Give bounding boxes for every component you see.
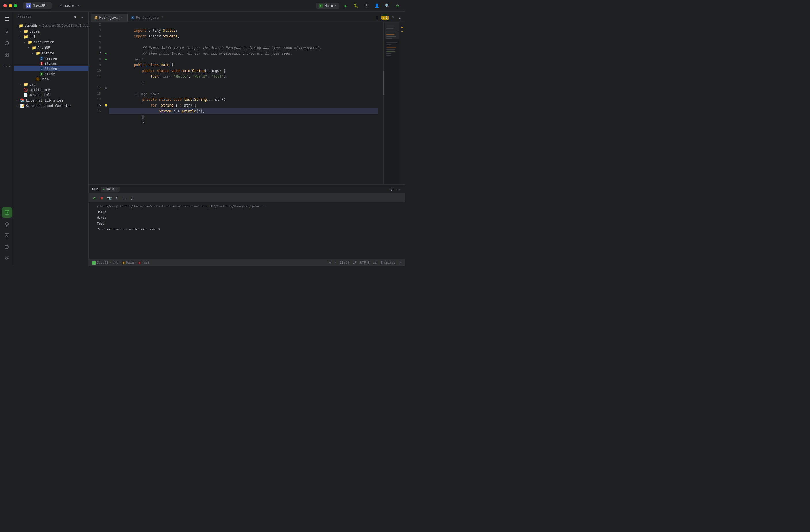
bulb-line-15[interactable]: 💡	[103, 102, 109, 108]
sidebar-gear-icon[interactable]: ⚙	[72, 14, 78, 20]
maximize-button[interactable]	[14, 4, 17, 7]
run-button[interactable]: ▶	[342, 2, 350, 10]
run-more-button[interactable]: ⋮	[128, 195, 135, 201]
tab-more-icon[interactable]: ⋮	[373, 15, 379, 20]
tree-item-idea[interactable]: › 📁 .idea	[14, 29, 88, 34]
search-icon[interactable]: 🔍	[383, 2, 391, 10]
run-output-text: World	[97, 215, 403, 220]
project-selector[interactable]: JS JavaSE ▾	[23, 2, 52, 10]
run-arrow-line-7[interactable]: ▶	[103, 51, 109, 56]
svg-rect-16	[6, 222, 7, 223]
tree-item-study[interactable]: › I Study	[14, 71, 88, 77]
tree-item-production[interactable]: ▾ 📁 production	[14, 39, 88, 45]
run-arrow-line-8[interactable]: ▶	[103, 56, 109, 62]
tree-item-src[interactable]: › 📁 src	[14, 82, 88, 87]
run-panel-icon[interactable]	[2, 207, 12, 218]
tree-item-root[interactable]: ▾ 📁 JavaSE ~/Desktop/CS/JavaSE基础/1 Java …	[14, 23, 88, 29]
close-button[interactable]	[3, 4, 7, 7]
git-icon[interactable]	[2, 253, 12, 264]
tree-item-person[interactable]: › C Person	[14, 56, 88, 61]
status-vcs-icon[interactable]: ✓	[335, 261, 337, 265]
svg-point-31	[5, 257, 6, 258]
editor-scrollbar[interactable]	[383, 22, 385, 184]
item-label: entity	[42, 51, 86, 55]
structure-icon[interactable]	[2, 219, 12, 229]
sidebar-chevron-icon[interactable]: ⌄	[79, 14, 85, 20]
sidebar-header-actions: ⚙ ⌄	[72, 14, 85, 20]
tab-close-icon[interactable]: ×	[161, 16, 165, 20]
tab-main-java[interactable]: M Main.java ×	[91, 14, 128, 21]
tree-item-iml[interactable]: › 📄 JavaSE.iml	[14, 93, 88, 98]
terminal-icon[interactable]	[2, 230, 12, 241]
debug-icon-line-12[interactable]: ⚙	[103, 85, 109, 91]
gutter-line-5	[103, 39, 109, 45]
tree-item-javase[interactable]: ▾ 📁 JavaSE	[14, 45, 88, 50]
run-panel-minimize-icon[interactable]: −	[396, 186, 402, 192]
line-num: 2	[89, 22, 101, 28]
run-output-hello: Hello	[89, 209, 405, 215]
svg-point-29	[6, 248, 7, 248]
status-line-col[interactable]: 15:10	[340, 261, 350, 265]
expand-arrow: ›	[20, 30, 22, 33]
stop-button[interactable]: ◼	[98, 195, 105, 201]
tree-item-extlibs[interactable]: › 📚 External Libraries	[14, 98, 88, 103]
minimap[interactable]	[385, 22, 399, 184]
expand-editor-icon[interactable]: ⌃	[390, 15, 396, 20]
more-tools-icon[interactable]: ···	[2, 61, 12, 71]
svg-point-3	[6, 31, 8, 33]
tab-person-java[interactable]: C Person.java ×	[128, 14, 168, 21]
run-panel-more-icon[interactable]: ⋮	[389, 186, 395, 192]
more-actions-button[interactable]: ⋮	[362, 2, 370, 10]
line-num: 11	[89, 74, 101, 80]
run-tab-close[interactable]: ×	[115, 187, 117, 191]
run-tab[interactable]: ▶ Main ×	[101, 186, 120, 192]
expand-arrow: ▾	[32, 52, 35, 55]
tree-item-student[interactable]: › C Student	[14, 66, 88, 71]
run-output-world: World	[89, 215, 405, 221]
problems-icon[interactable]	[2, 242, 12, 252]
tree-item-scratches[interactable]: › 📝 Scratches and Consoles	[14, 103, 88, 109]
branch-selector[interactable]: ⎇ master ▾	[56, 3, 81, 9]
gutter-line-2	[103, 22, 109, 28]
svg-rect-48	[386, 51, 395, 52]
scroll-up-button[interactable]: ↑	[113, 195, 120, 201]
status-icon-1[interactable]: ⚙	[329, 261, 331, 265]
status-git-icon[interactable]: ⎇	[373, 261, 377, 265]
run-exit-text: Process finished with exit code 0	[97, 227, 403, 232]
status-encoding[interactable]: UTF-8	[360, 261, 370, 265]
line-num: 8	[89, 56, 101, 62]
tree-item-entity[interactable]: ▾ 📁 entity	[14, 50, 88, 56]
tree-item-main[interactable]: › M Main	[14, 77, 88, 82]
remote-icon[interactable]	[2, 38, 12, 48]
settings-icon[interactable]: ⚙	[393, 2, 402, 10]
debug-button[interactable]: 🐛	[352, 2, 360, 10]
minimap-content	[385, 22, 399, 184]
tab-close-icon[interactable]: ×	[120, 16, 124, 20]
editor-with-minimap: 2 3 4 5 6 7 8 9 10 11 12 13 14 15 16	[89, 22, 405, 184]
tree-item-status[interactable]: › E Status	[14, 61, 88, 66]
restart-button[interactable]: ↺	[91, 195, 97, 201]
code-lines[interactable]: import entity.Status; import entity.Stud…	[109, 22, 383, 184]
status-expand-icon[interactable]: ⤢	[399, 261, 402, 265]
sidebar-toggle-icon[interactable]	[2, 14, 12, 24]
line-num: 12	[89, 85, 101, 91]
code-area[interactable]: 2 3 4 5 6 7 8 9 10 11 12 13 14 15 16	[89, 22, 385, 184]
status-line-ending[interactable]: LF	[353, 261, 357, 265]
plugins-icon[interactable]	[2, 50, 12, 60]
commit-icon[interactable]	[2, 27, 12, 37]
gutter-line-10	[103, 68, 109, 74]
scroll-down-button[interactable]: ↓	[121, 195, 127, 201]
tree-item-out[interactable]: ▾ 📁 out	[14, 34, 88, 39]
tree-item-gitignore[interactable]: › 🚫 .gitignore	[14, 87, 88, 93]
run-config[interactable]: ▶ Main ▾	[316, 3, 339, 9]
minimize-button[interactable]	[9, 4, 12, 7]
item-label: production	[33, 40, 86, 44]
svg-rect-49	[386, 53, 391, 54]
collapse-editor-icon[interactable]: ⌄	[397, 15, 403, 20]
line-num: 14	[89, 97, 101, 102]
screenshot-button[interactable]: 📷	[106, 195, 112, 201]
user-icon[interactable]: 👤	[373, 2, 381, 10]
line-num: 9	[89, 62, 101, 68]
status-indent[interactable]: 4 spaces	[380, 261, 395, 265]
folder-icon: 📁	[19, 23, 23, 28]
